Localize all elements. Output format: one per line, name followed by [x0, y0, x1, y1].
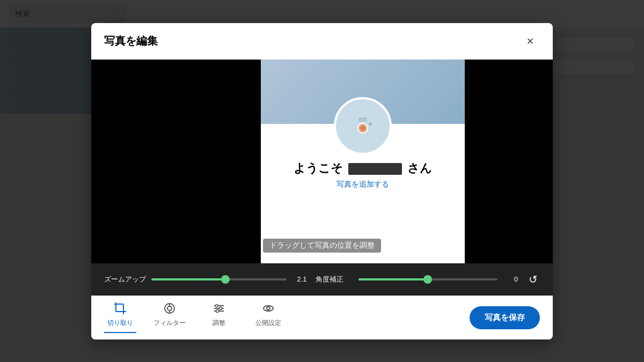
filter-tab-label: フィルター [153, 319, 186, 328]
add-photo-link[interactable]: 写真を追加する [336, 180, 389, 189]
name-redacted [348, 163, 402, 175]
profile-preview: ようこそ さん 写真を追加する [261, 60, 465, 263]
zoom-slider-track[interactable] [151, 278, 287, 280]
tab-adjust[interactable]: 調整 [203, 302, 235, 333]
camera-icon [350, 113, 376, 139]
photo-edit-modal: 写真を編集 × [91, 23, 553, 339]
svg-rect-3 [358, 117, 367, 122]
modal-header: 写真を編集 × [91, 23, 553, 60]
slider-row: ズームアップ 2.1 角度補正 0 ↺ [104, 271, 540, 288]
visibility-icon [262, 302, 274, 316]
modal-title: 写真を編集 [104, 34, 158, 48]
controls-area: ズームアップ 2.1 角度補正 0 ↺ [91, 263, 553, 295]
save-photo-button[interactable]: 写真を保存 [470, 306, 540, 329]
angle-slider-group: 角度補正 0 [316, 275, 518, 284]
drag-hint: ドラッグして写真の位置を調整 [263, 239, 381, 253]
svg-point-19 [216, 309, 219, 312]
modal-backdrop: 写真を編集 × [0, 0, 644, 362]
angle-label: 角度補正 [316, 275, 353, 284]
profile-card: ようこそ さん 写真を追加する [261, 60, 465, 263]
reset-button[interactable]: ↺ [526, 271, 540, 288]
angle-value: 0 [503, 275, 518, 283]
adjust-icon [213, 302, 225, 316]
svg-point-17 [216, 304, 218, 307]
svg-point-18 [219, 307, 222, 309]
welcome-text: ようこそ さん [294, 160, 432, 176]
zoom-slider-group: ズームアップ 2.1 [104, 275, 307, 284]
svg-point-4 [369, 122, 372, 125]
image-edit-area[interactable]: ようこそ さん 写真を追加する ドラッグして写真の位置を調整 [91, 60, 553, 263]
tab-crop[interactable]: 切り取り [104, 302, 136, 333]
filter-icon [164, 302, 175, 316]
zoom-value: 2.1 [292, 275, 307, 283]
visibility-tab-label: 公開設定 [255, 319, 281, 328]
crop-icon [114, 302, 126, 316]
tab-filter[interactable]: フィルター [153, 302, 186, 333]
crop-tab-label: 切り取り [107, 319, 133, 328]
zoom-label: ズームアップ [104, 275, 146, 284]
svg-point-11 [167, 306, 172, 311]
svg-rect-5 [116, 304, 123, 312]
angle-slider-fill [358, 278, 428, 280]
bottom-toolbar: 切り取り フィルター [91, 295, 553, 339]
tool-tabs: 切り取り フィルター [104, 302, 284, 333]
svg-point-21 [267, 307, 270, 310]
angle-slider-thumb[interactable] [423, 275, 432, 284]
avatar-circle [334, 97, 392, 155]
zoom-slider-fill [151, 278, 225, 280]
svg-point-2 [360, 125, 365, 131]
tab-visibility[interactable]: 公開設定 [252, 302, 284, 333]
zoom-slider-thumb[interactable] [221, 275, 230, 284]
angle-slider-track[interactable] [358, 278, 498, 280]
profile-avatar-area: ようこそ さん 写真を追加する [261, 97, 465, 189]
adjust-tab-label: 調整 [213, 319, 225, 328]
close-button[interactable]: × [521, 32, 540, 51]
